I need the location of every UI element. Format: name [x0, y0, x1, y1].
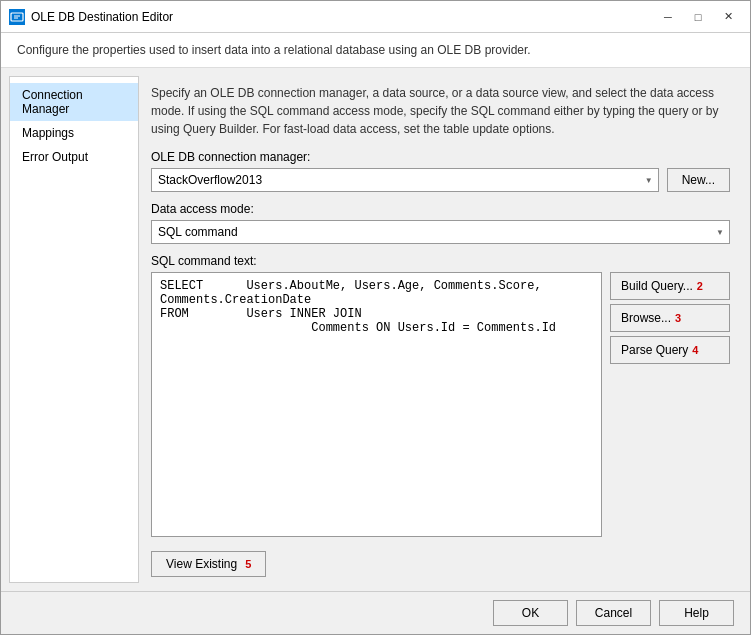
footer: OK Cancel Help: [1, 591, 750, 634]
sidebar-item-error-output[interactable]: Error Output: [10, 145, 138, 169]
parse-query-button[interactable]: Parse Query4: [610, 336, 730, 364]
bottom-section: View Existing5: [151, 545, 730, 583]
annotation-3: 3: [675, 312, 681, 324]
connection-manager-dropdown[interactable]: StackOverflow2013: [151, 168, 659, 192]
data-access-dropdown[interactable]: SQL command: [151, 220, 730, 244]
panel-description: Specify an OLE DB connection manager, a …: [151, 76, 730, 150]
sql-textarea-wrapper: SELECT Users.AboutMe, Users.Age, Comment…: [151, 272, 602, 537]
annotation-5: 5: [245, 558, 251, 570]
maximize-button[interactable]: □: [684, 7, 712, 27]
minimize-button[interactable]: ─: [654, 7, 682, 27]
new-button[interactable]: New...: [667, 168, 730, 192]
connection-manager-row: StackOverflow2013 New...: [151, 168, 730, 192]
svg-rect-0: [11, 13, 23, 21]
sql-label: SQL command text:: [151, 254, 730, 268]
annotation-4: 4: [692, 344, 698, 356]
sql-row: SELECT Users.AboutMe, Users.Age, Comment…: [151, 272, 730, 537]
browse-button[interactable]: Browse...3: [610, 304, 730, 332]
data-access-label: Data access mode:: [151, 202, 730, 216]
main-window: OLE DB Destination Editor ─ □ ✕ Configur…: [0, 0, 751, 635]
help-button[interactable]: Help: [659, 600, 734, 626]
window-title: OLE DB Destination Editor: [31, 10, 173, 24]
sql-section: SQL command text: SELECT Users.AboutMe, …: [151, 254, 730, 537]
close-button[interactable]: ✕: [714, 7, 742, 27]
sidebar-item-mappings[interactable]: Mappings: [10, 121, 138, 145]
sidebar-item-connection-manager[interactable]: Connection Manager: [10, 83, 138, 121]
app-icon: [9, 9, 25, 25]
sql-textarea[interactable]: SELECT Users.AboutMe, Users.Age, Comment…: [152, 273, 601, 536]
annotation-2: 2: [697, 280, 703, 292]
title-bar: OLE DB Destination Editor ─ □ ✕: [1, 1, 750, 33]
ok-button[interactable]: OK: [493, 600, 568, 626]
build-query-button[interactable]: Build Query...2: [610, 272, 730, 300]
data-access-dropdown-wrapper: SQL command: [151, 220, 730, 244]
connection-manager-dropdown-wrapper: StackOverflow2013: [151, 168, 659, 192]
sql-buttons: Build Query...2 Browse...3 Parse Query4: [610, 272, 730, 537]
connection-manager-label: OLE DB connection manager:: [151, 150, 730, 164]
top-description: Configure the properties used to insert …: [1, 33, 750, 68]
main-content: Connection Manager Mappings Error Output…: [1, 68, 750, 591]
cancel-button[interactable]: Cancel: [576, 600, 651, 626]
view-existing-button[interactable]: View Existing5: [151, 551, 266, 577]
sidebar: Connection Manager Mappings Error Output: [9, 76, 139, 583]
right-panel: Specify an OLE DB connection manager, a …: [139, 76, 742, 583]
